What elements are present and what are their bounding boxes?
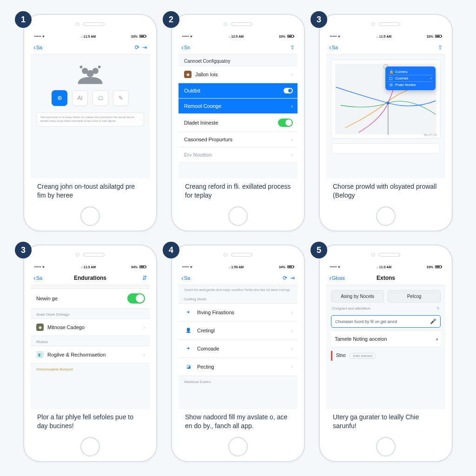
list-item[interactable]: ◧ Rogilve & Rechorrnaetion › [31,346,150,364]
nav-bar: ‹Sa Endurations ⇵ [31,271,150,285]
back-button[interactable]: ‹Sa [181,275,190,281]
step-caption: Creang reford in fli. exillated process … [178,178,298,205]
toggle[interactable] [284,88,293,93]
chevron-right-icon: › [143,324,145,330]
status-bar: ᯤ ⌂ 11:5 AM 33% [326,33,445,40]
home-button[interactable] [80,437,100,456]
chevron-right-icon: › [291,152,293,158]
app-icon: ◧ [36,351,44,358]
home-button[interactable] [376,206,396,226]
step-3-settings: 3 ᯤ ⌂ 11:3 AM 34% ‹Sa Endurations ⇵ Newi… [23,245,157,462]
ai-button[interactable]: AI [72,90,88,106]
svg-rect-3 [80,66,83,68]
step-2: 2 ᯤ ⌂ 12:5 AM 33% ‹Sn ⇪ Cannoet Configqu… [171,14,305,231]
list-item[interactable]: ◉ Mitnose Cadego › [31,318,150,336]
back-button[interactable]: ‹Sa [329,44,338,51]
square-icon: ▢ [389,76,393,80]
gear-icon: ⚙ [57,95,62,101]
section-header: Soan Oone Dotrago [31,309,150,318]
mini-button[interactable]: Duer evaners [350,353,376,359]
home-button[interactable] [376,437,396,456]
search-placeholder: Chunaser foont by fil on get arvrd [335,319,397,324]
phone-frame: ᯤ ⌂ 11:3 AM 34% ‹Sa Endurations ⇵ Newin … [23,245,157,462]
arrow-forward-icon[interactable]: ⇥ [290,275,295,281]
section-header: Chrigned and atlerittion ⇅ [326,303,445,312]
edit-button[interactable]: ✎ [113,90,129,106]
list-item[interactable]: ◪ Pecting › [178,358,298,376]
step-caption: Utery ga gurater to leally Chie sarunfu! [326,409,445,435]
back-button[interactable]: ‹Sa [33,44,42,51]
map-popup[interactable]: 🔒Corrers ▢Coemet› ◎Poan Nonbe [385,66,436,90]
refresh-icon[interactable]: ⟳ [283,275,287,281]
status-bar: ᯤ ⌂ 11:3 AM 34% [31,263,150,271]
chevron-left-icon: ‹ [329,44,331,51]
arrow-forward-icon[interactable]: ⇥ [142,44,147,51]
list-item[interactable]: ✦ Comoade › [178,340,298,358]
back-button[interactable]: ‹Sn [181,44,190,51]
note-text: Smect ibs andogedas lens kaep oovetton T… [178,285,298,293]
person-icon: 👤 [184,326,192,335]
sort-icon[interactable]: ⇅ [436,306,440,311]
chevron-right-icon: › [291,310,293,315]
settings-button[interactable]: ⚙ [52,90,67,106]
list-item[interactable]: Erv Noottion › [178,147,298,163]
svg-point-5 [387,102,390,105]
segment-button[interactable]: Asing by Nocels [331,290,384,303]
nav-bar: ‹Sn ⇪ [178,40,298,55]
action-icon[interactable]: ⇵ [142,275,147,281]
list-item[interactable]: ◉ Jallon lois › [178,66,298,83]
phone-frame: ᯤ ⌂ 1:53 AM 34% ‹Sa ⟳⇥ Smect ibs andoged… [171,245,305,462]
mic-icon[interactable]: 🎤 [430,318,436,324]
list-item[interactable]: Newin ge [31,288,150,309]
home-button[interactable] [228,437,248,456]
section-header: Corling Stods [178,293,298,303]
toggle[interactable] [127,293,145,304]
step-3-map: 3 ᯤ ⌂ 11:5 AM 33% ‹Sa ⇪ [319,14,453,231]
chevron-right-icon: › [143,352,145,357]
alert-block: Stno Duer evaners [331,351,441,361]
refresh-icon[interactable]: ⟳ [135,44,139,51]
list-item[interactable]: Ouldbit [178,83,298,99]
share-icon[interactable]: ⇪ [438,44,443,51]
chevron-right-icon: › [291,364,293,370]
chevron-right-icon: › [291,328,293,333]
shield-button[interactable]: ☖ [93,90,108,106]
home-button[interactable] [80,206,100,226]
step-badge: 3 [15,242,32,258]
step-caption: Plor a far phlye fell sefoles pue to day… [31,409,150,435]
toggle[interactable] [278,119,293,127]
chevron-left-icon: ‹ [33,44,36,51]
step-caption: Show nadoord fill my avslate o, ace en d… [178,409,298,435]
square-icon: ◪ [184,363,192,371]
step-4: 4 ᯤ ⌂ 1:53 AM 34% ‹Sa ⟳⇥ Smect ibs andog… [171,245,305,462]
nav-bar: ‹Gloss Extons [326,271,445,285]
back-button[interactable]: ‹Sa [33,275,42,281]
chevron-right-icon: › [430,76,432,80]
step-badge: 3 [311,11,327,28]
chevron-left-icon: ‹ [329,275,331,281]
map-card[interactable]: ⚙ 🔒Corrers ▢Coemet› ◎Poan Nonbe Rev €7,1… [331,60,441,139]
target-icon: ◎ [389,83,393,87]
segment-button[interactable]: Pelcog [388,290,441,303]
list-item[interactable]: Dladet Inineste [178,114,298,132]
page-title: Extons [377,275,395,281]
step-badge: 2 [163,11,179,28]
chevron-right-icon: › [291,346,293,351]
list-item[interactable]: Remoot Coonge › [178,99,298,114]
svg-rect-4 [98,66,101,68]
app-icon: ◉ [36,324,44,331]
home-button[interactable] [228,206,248,226]
phone-frame: ᯤ ⌂ 11:5 AM 33% ‹Sa ⟳ ⇥ [23,14,157,231]
list-item[interactable]: 👤 Cretingl › [178,322,298,340]
list-item[interactable]: Casonsed Propurturs › [178,132,298,147]
list-item[interactable]: ✦ Ihving Firastions › [178,303,298,322]
share-icon[interactable]: ⇪ [290,44,295,51]
list-item[interactable]: Tamete Noting aoceion › [331,331,441,347]
map-footnote: Rev €7,10 [424,133,436,136]
svg-point-2 [87,70,94,77]
chevron-left-icon: ‹ [33,275,36,281]
nav-bar: ‹Sa ⇪ [326,40,445,55]
search-input[interactable]: Chunaser foont by fil on get arvrd 🎤 [331,315,441,328]
back-button[interactable]: ‹Gloss [329,275,345,281]
phone-frame: ᯤ ⌂ 11:3 AM 33% ‹Gloss Extons Asing by N… [319,245,453,462]
